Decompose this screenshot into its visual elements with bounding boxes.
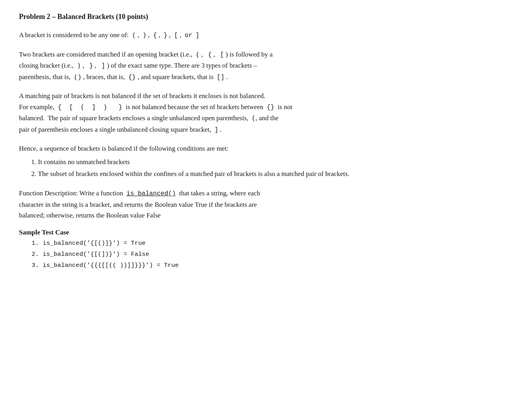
conditions-intro-text: Hence, a sequence of brackets is balance… bbox=[19, 145, 228, 152]
func-desc-text: Function Description: Write a function i… bbox=[19, 189, 260, 219]
paragraph-3: A matching pair of brackets is not balan… bbox=[19, 91, 513, 135]
sample-title-text: Sample Test Case bbox=[19, 229, 69, 236]
sample-title: Sample Test Case bbox=[19, 229, 513, 236]
test-case-2: 2. is_balanced('{[(])}') = False bbox=[32, 249, 513, 260]
paragraph-2: Two brackets are considered matched if a… bbox=[19, 49, 513, 83]
condition-2: The subset of brackets enclosed within t… bbox=[38, 168, 513, 180]
condition-1: It contains no unmatched brackets bbox=[38, 157, 513, 168]
p2-text: Two brackets are considered matched if a… bbox=[19, 51, 273, 81]
condition-1-text: It contains no unmatched brackets bbox=[38, 158, 130, 166]
function-description: Function Description: Write a function i… bbox=[19, 188, 513, 221]
p3-text: A matching pair of brackets is not balan… bbox=[19, 92, 292, 133]
conditions-section: Hence, a sequence of brackets is balance… bbox=[19, 143, 513, 180]
conditions-list: It contains no unmatched brackets The su… bbox=[38, 157, 513, 180]
problem-title: Problem 2 – Balanced Brackets (10 points… bbox=[19, 13, 513, 21]
test-case-1: 1. is_balanced('{[()]}') = True bbox=[32, 238, 513, 249]
condition-2-text: The subset of brackets enclosed within t… bbox=[38, 170, 349, 178]
conditions-intro: Hence, a sequence of brackets is balance… bbox=[19, 143, 513, 154]
p1-text: A bracket is considered to be any one of… bbox=[19, 31, 199, 39]
sample-section: Sample Test Case 1. is_balanced('{[()]}'… bbox=[19, 229, 513, 271]
paragraph-1: A bracket is considered to be any one of… bbox=[19, 30, 513, 41]
test-case-3: 3. is_balanced('{{{[[(( ))]]}}}') = True bbox=[32, 260, 513, 271]
code-block: 1. is_balanced('{[()]}') = True 2. is_ba… bbox=[32, 238, 513, 271]
